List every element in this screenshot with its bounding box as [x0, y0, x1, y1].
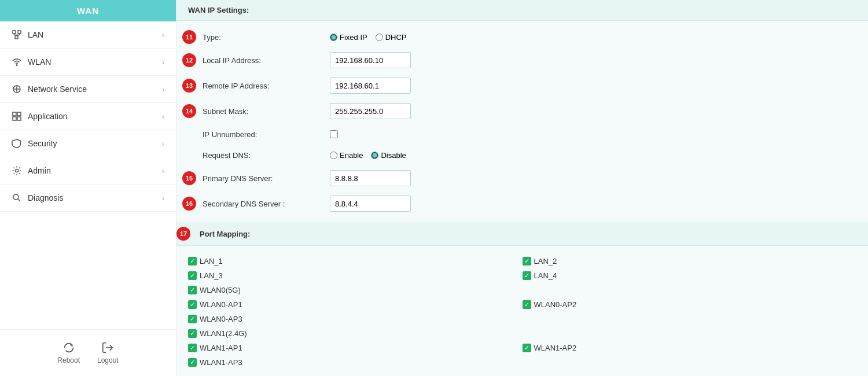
sidebar-item-diagnosis-label: Diagnosis	[28, 193, 63, 202]
type-dhcp-option[interactable]: DHCP	[376, 33, 407, 42]
subnet-mask-input[interactable]	[330, 103, 411, 119]
wlan05g-checkbox[interactable]: ✓	[188, 286, 197, 294]
local-ip-input[interactable]	[330, 52, 411, 68]
chevron-right-icon: ›	[162, 194, 164, 202]
service-icon	[12, 84, 22, 94]
lan2-checkbox[interactable]: ✓	[523, 257, 531, 266]
wlan0ap2-checkbox[interactable]: ✓	[523, 300, 531, 309]
svg-rect-12	[17, 112, 21, 116]
sidebar-item-network-service-label: Network Service	[28, 84, 87, 94]
wlan1ap1-checkbox[interactable]: ✓	[188, 344, 197, 352]
main-content: WAN IP Settings: 11 Type: Fixed IP DHCP …	[176, 0, 868, 376]
chevron-right-icon: ›	[162, 58, 164, 67]
sidebar-item-diagnosis[interactable]: Diagnosis ›	[0, 185, 176, 212]
svg-rect-1	[18, 31, 21, 34]
secondary-dns-row: 16 Secondary DNS Server :	[203, 191, 856, 216]
wan-ip-settings-header: WAN IP Settings:	[176, 0, 868, 21]
wlan1ap2-checkbox[interactable]: ✓	[523, 344, 531, 352]
dns-disable-option[interactable]: Disable	[371, 151, 406, 160]
dns-disable-label: Disable	[381, 151, 406, 160]
port-mapping-wlan0ap2: ✓ WLAN0-AP2	[523, 298, 857, 311]
port-mapping-wlan1ap2: ✓ WLAN1-AP2	[523, 342, 857, 354]
secondary-dns-label: Secondary DNS Server :	[203, 200, 330, 208]
svg-point-7	[16, 65, 17, 66]
dns-enable-option[interactable]: Enable	[330, 151, 363, 160]
local-ip-row: 12 Local IP Address:	[203, 47, 856, 73]
sidebar-item-wlan-label: WLAN	[28, 57, 51, 67]
request-dns-row: Request DNS: Enable Disable	[203, 145, 856, 165]
type-dhcp-label: DHCP	[385, 33, 407, 42]
shield-icon	[12, 138, 22, 149]
chevron-right-icon: ›	[162, 167, 164, 175]
request-dns-label: Request DNS:	[203, 151, 330, 160]
dns-enable-label: Enable	[340, 151, 363, 160]
step-17-badge: 17	[176, 227, 190, 241]
logout-button[interactable]: Logout	[97, 341, 119, 364]
primary-dns-row: 15 Primary DNS Server:	[203, 165, 856, 191]
subnet-mask-label: Subnet Mask:	[203, 107, 330, 116]
lan3-checkbox[interactable]: ✓	[188, 271, 197, 280]
port-mapping-area: ✓ LAN_1 ✓ LAN_2 ✓ LAN_3 ✓ LAN_4 ✓ WLAN0(…	[176, 246, 868, 376]
port-mapping-lan2: ✓ LAN_2	[523, 255, 857, 267]
wlan0ap3-checkbox[interactable]: ✓	[188, 315, 197, 323]
ip-unnumbered-row: IP Unnumbered:	[203, 124, 856, 145]
type-label: Type:	[203, 33, 330, 42]
port-mapping-lan1: ✓ LAN_1	[188, 255, 523, 267]
type-row: 11 Type: Fixed IP DHCP	[203, 27, 856, 47]
request-dns-radio-group: Enable Disable	[330, 151, 406, 160]
port-mapping-wlan1ap3: ✓ WLAN1-AP3	[188, 356, 523, 368]
port-mapping-grid: ✓ LAN_1 ✓ LAN_2 ✓ LAN_3 ✓ LAN_4 ✓ WLAN0(…	[188, 252, 856, 374]
primary-dns-label: Primary DNS Server:	[203, 174, 330, 183]
subnet-mask-row: 14 Subnet Mask:	[203, 98, 856, 124]
lan3-label: LAN_3	[200, 271, 223, 280]
ip-unnumbered-checkbox[interactable]	[330, 130, 338, 138]
chevron-right-icon: ›	[162, 85, 164, 94]
wlan0ap3-label: WLAN0-AP3	[200, 315, 242, 323]
wlan05g-label: WLAN0(5G)	[200, 286, 241, 294]
port-mapping-lan3: ✓ LAN_3	[188, 270, 523, 282]
sidebar-item-network-service[interactable]: Network Service ›	[0, 76, 176, 103]
search-icon	[12, 193, 22, 203]
type-dhcp-radio[interactable]	[376, 34, 383, 41]
dns-enable-radio[interactable]	[330, 152, 337, 159]
wlan0ap1-checkbox[interactable]: ✓	[188, 300, 197, 309]
sidebar-item-lan[interactable]: LAN ›	[0, 21, 176, 49]
chevron-right-icon: ›	[162, 139, 164, 148]
lan4-checkbox[interactable]: ✓	[523, 271, 531, 280]
gear-icon	[12, 165, 22, 176]
sidebar-item-admin[interactable]: Admin ›	[0, 157, 176, 185]
network-icon	[12, 30, 22, 40]
sidebar-item-security-label: Security	[28, 139, 57, 148]
type-fixed-label: Fixed IP	[340, 33, 367, 42]
step-11-badge: 11	[182, 30, 196, 44]
lan1-checkbox[interactable]: ✓	[188, 257, 197, 266]
port-mapping-wlan124g: ✓ WLAN1(2.4G)	[188, 327, 523, 340]
remote-ip-input[interactable]	[330, 78, 411, 94]
dns-disable-radio[interactable]	[371, 152, 378, 159]
port-mapping-wlan0ap3: ✓ WLAN0-AP3	[188, 313, 523, 325]
wlan124g-checkbox[interactable]: ✓	[188, 329, 197, 338]
reboot-button[interactable]: Reboot	[57, 341, 80, 364]
wlan0ap1-label: WLAN0-AP1	[200, 300, 242, 309]
step-13-badge: 13	[182, 79, 196, 93]
primary-dns-input[interactable]	[330, 170, 411, 186]
ip-unnumbered-label: IP Unnumbered:	[203, 130, 330, 139]
form-area: 11 Type: Fixed IP DHCP 12 Local IP Addre…	[176, 21, 868, 222]
svg-rect-0	[13, 31, 16, 34]
type-fixed-radio[interactable]	[330, 34, 337, 41]
wlan1ap3-label: WLAN1-AP3	[200, 358, 242, 367]
step-16-badge: 16	[182, 197, 196, 211]
sidebar-item-security[interactable]: Security ›	[0, 130, 176, 157]
step-14-badge: 14	[182, 104, 196, 118]
step-12-badge: 12	[182, 53, 196, 67]
type-radio-group: Fixed IP DHCP	[330, 33, 407, 42]
sidebar-item-application[interactable]: Application ›	[0, 103, 176, 130]
wlan1ap3-checkbox[interactable]: ✓	[188, 358, 197, 367]
wlan1ap1-label: WLAN1-AP1	[200, 344, 242, 352]
sidebar-wan-label[interactable]: WAN	[0, 0, 176, 21]
wlan1ap2-label: WLAN1-AP2	[534, 344, 577, 352]
sidebar-item-wlan[interactable]: WLAN ›	[0, 49, 176, 76]
wlan124g-label: WLAN1(2.4G)	[200, 329, 247, 338]
secondary-dns-input[interactable]	[330, 196, 411, 212]
type-fixed-ip-option[interactable]: Fixed IP	[330, 33, 367, 42]
